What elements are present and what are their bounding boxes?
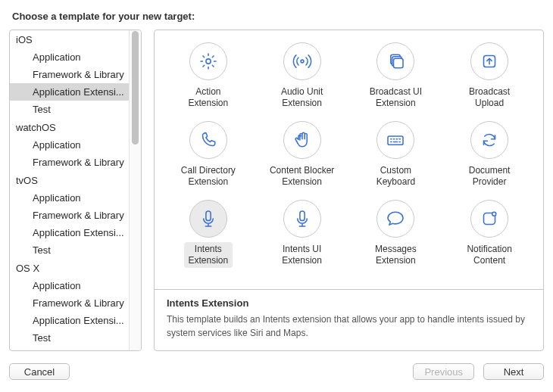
category-item[interactable]: Application: [10, 277, 129, 294]
template-label: Broadcast UIExtension: [365, 85, 426, 110]
template-label: Audio UnitExtension: [276, 85, 327, 110]
svg-rect-8: [300, 211, 305, 221]
category-item[interactable]: Application Extensi...: [10, 83, 129, 101]
svg-point-10: [492, 212, 496, 216]
template-item[interactable]: MessagesExtension: [353, 195, 439, 271]
template-label: NotificationContent: [462, 242, 516, 268]
template-item[interactable]: DocumentProvider: [446, 117, 533, 192]
cancel-button[interactable]: Cancel: [9, 363, 70, 380]
template-item[interactable]: Content BlockerExtension: [259, 117, 345, 192]
category-item[interactable]: Framework & Library: [10, 154, 129, 171]
previous-button[interactable]: Previous: [413, 363, 474, 380]
stacked-icon: [376, 42, 414, 80]
svg-rect-4: [394, 58, 404, 68]
category-item[interactable]: Framework & Library: [10, 66, 129, 83]
template-label: MessagesExtension: [370, 242, 421, 268]
template-label: Content BlockerExtension: [265, 163, 339, 189]
platform-label[interactable]: iOS: [10, 30, 129, 48]
category-item[interactable]: Framework & Library: [10, 294, 129, 312]
audio-icon: [283, 42, 321, 80]
phone-icon: [189, 121, 227, 159]
sidebar-scrollbar-track[interactable]: [129, 30, 141, 350]
template-label: IntentsExtension: [184, 242, 233, 268]
mic-icon: [189, 200, 227, 238]
category-item[interactable]: Application Extensi...: [10, 312, 129, 329]
svg-rect-6: [388, 136, 403, 145]
template-label: BroadcastUpload: [464, 85, 514, 110]
mic-alt-icon: [283, 200, 321, 238]
template-item[interactable]: NotificationContent: [446, 195, 533, 271]
category-sidebar: iOSApplicationFramework & LibraryApplica…: [9, 30, 142, 351]
platform-label[interactable]: OS X: [10, 259, 129, 277]
dialog-title: Choose a template for your new target:: [12, 11, 542, 22]
bubble-icon: [376, 200, 414, 238]
template-item[interactable]: IntentsExtension: [165, 195, 252, 271]
gear-icon: [189, 42, 227, 80]
detail-text: This template builds an Intents extensio…: [167, 313, 531, 340]
platform-label[interactable]: tvOS: [10, 171, 129, 189]
template-label: Call DirectoryExtension: [177, 163, 240, 189]
category-item[interactable]: Test: [10, 329, 129, 347]
category-item[interactable]: Test: [10, 101, 129, 118]
refresh-icon: [470, 121, 508, 159]
template-item[interactable]: Call DirectoryExtension: [165, 117, 252, 192]
template-grid: ActionExtensionAudio UnitExtensionBroadc…: [155, 30, 543, 289]
svg-point-1: [301, 60, 304, 63]
template-label: CustomKeyboard: [372, 163, 420, 189]
hand-icon: [283, 121, 321, 159]
category-item[interactable]: Application: [10, 48, 129, 66]
template-item[interactable]: Audio UnitExtension: [259, 38, 345, 114]
next-button[interactable]: Next: [483, 363, 544, 380]
template-label: DocumentProvider: [464, 163, 515, 189]
template-item[interactable]: ActionExtension: [165, 38, 252, 114]
svg-rect-7: [206, 211, 211, 221]
category-item[interactable]: Test: [10, 241, 129, 259]
category-item[interactable]: Application Extensi...: [10, 224, 129, 241]
template-item[interactable]: Broadcast UIExtension: [353, 38, 439, 114]
template-item[interactable]: BroadcastUpload: [446, 38, 533, 114]
svg-point-0: [206, 59, 211, 64]
category-item[interactable]: Application: [10, 189, 129, 207]
upload-icon: [470, 42, 508, 80]
template-label: Intents UIExtension: [277, 242, 326, 268]
detail-heading: Intents Extension: [167, 297, 531, 309]
category-item[interactable]: Framework & Library: [10, 207, 129, 224]
platform-label[interactable]: watchOS: [10, 118, 129, 136]
keyboard-icon: [376, 121, 414, 159]
template-item[interactable]: Intents UIExtension: [259, 195, 345, 271]
template-label: ActionExtension: [184, 85, 233, 110]
category-item[interactable]: Application: [10, 136, 129, 154]
square-dot-icon: [470, 200, 508, 238]
template-item[interactable]: CustomKeyboard: [353, 117, 439, 192]
sidebar-scrollbar-thumb[interactable]: [132, 31, 139, 145]
